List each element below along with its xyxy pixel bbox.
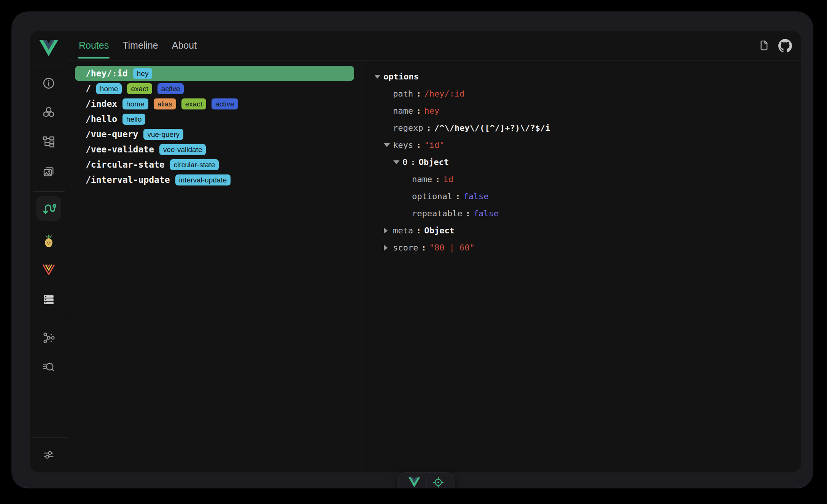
inspector-icon[interactable] xyxy=(40,359,57,376)
tree-colon: : xyxy=(416,89,421,98)
tree-colon: : xyxy=(465,209,470,218)
tree-value: Object xyxy=(424,226,454,235)
floating-toolbar xyxy=(397,472,455,488)
tree-right-arrow-icon[interactable] xyxy=(384,245,393,251)
route-row[interactable]: /circular-statecircular-state xyxy=(75,157,354,172)
tree-colon: : xyxy=(416,226,421,235)
route-path: /hello xyxy=(86,114,117,124)
component-tree-icon[interactable] xyxy=(40,133,57,150)
settings-icon[interactable] xyxy=(40,446,57,463)
tree-colon: : xyxy=(455,192,460,201)
tree-colon: : xyxy=(426,123,431,133)
tree-down-arrow-icon[interactable] xyxy=(393,160,402,164)
devtools-window: Routes Timeline About xyxy=(11,11,813,488)
tree-key: meta xyxy=(393,226,413,235)
tree-key: regexp xyxy=(393,123,423,133)
route-badge-name: home xyxy=(122,98,148,109)
toolbar-divider xyxy=(426,478,426,487)
route-badge-name: vee-validate xyxy=(159,144,206,155)
tree-row-name[interactable]: name:hey xyxy=(361,102,801,119)
tree-down-arrow-icon[interactable] xyxy=(384,143,393,147)
route-row[interactable]: /vue-queryvue-query xyxy=(75,127,354,142)
graph-icon[interactable] xyxy=(40,330,57,346)
tree-row-meta[interactable]: meta:Object xyxy=(361,222,801,239)
route-path: /vue-query xyxy=(86,129,138,139)
tree-key: options xyxy=(383,72,419,81)
tree-colon: : xyxy=(410,157,415,167)
route-badge-exact: exact xyxy=(181,98,206,109)
tree-row-options[interactable]: options xyxy=(361,68,801,85)
tree-value: "id" xyxy=(424,140,444,150)
route-list: /hey/:idhey/homeexactactive/indexhomeali… xyxy=(68,66,361,187)
tree-key: repeatable xyxy=(412,209,462,218)
route-path: /circular-state xyxy=(86,160,165,170)
route-path: /interval-update xyxy=(86,175,170,185)
route-badge-name: hey xyxy=(133,68,153,79)
route-row[interactable]: /hey/:idhey xyxy=(75,66,354,81)
tree-row-repeatable[interactable]: repeatable:false xyxy=(361,205,801,222)
tree-key: optional xyxy=(412,192,452,201)
tree-row-name[interactable]: name:id xyxy=(361,171,801,188)
route-row[interactable]: /hellohello xyxy=(75,111,354,127)
sidebar-divider xyxy=(33,191,65,192)
route-badge-alias: alias xyxy=(154,98,176,109)
tree-row-score[interactable]: score:"80 | 60" xyxy=(361,239,801,256)
tab-timeline[interactable]: Timeline xyxy=(122,31,158,60)
tree-key: name xyxy=(393,106,413,116)
route-path: /index xyxy=(86,99,117,109)
tree-right-arrow-icon[interactable] xyxy=(384,228,393,234)
inspector-tree: optionspath:/hey/:idname:heyregexp:/^\/h… xyxy=(361,68,801,256)
route-badge-name: circular-state xyxy=(170,159,219,170)
route-row[interactable]: /vee-validatevee-validate xyxy=(75,142,354,157)
tree-row-regexp[interactable]: regexp:/^\/hey\/([^/]+?)\/?$/i xyxy=(361,119,801,136)
list-icon[interactable] xyxy=(40,291,57,308)
tree-row-0[interactable]: 0:Object xyxy=(361,154,801,171)
route-badge-exact: exact xyxy=(127,83,152,94)
route-path: /vee-validate xyxy=(86,144,154,154)
tree-key: path xyxy=(393,89,413,98)
route-badge-name: hello xyxy=(122,114,145,125)
tree-row-path[interactable]: path:/hey/:id xyxy=(361,85,801,102)
tree-row-keys[interactable]: keys:"id" xyxy=(361,136,801,154)
tree-key: keys xyxy=(393,140,413,150)
tab-routes[interactable]: Routes xyxy=(79,31,109,60)
vue-logo-icon[interactable] xyxy=(409,477,420,487)
tree-down-arrow-icon[interactable] xyxy=(374,75,383,79)
tree-value: /hey/:id xyxy=(424,89,464,98)
vue-logo-icon xyxy=(39,40,58,56)
route-badge-name: vue-query xyxy=(143,129,183,140)
route-badge-active: active xyxy=(212,98,238,109)
tree-key: name xyxy=(412,174,432,184)
route-path: / xyxy=(86,84,91,94)
router-icon[interactable] xyxy=(36,196,61,221)
tree-colon: : xyxy=(416,106,421,116)
pinia-icon[interactable] xyxy=(40,233,57,249)
tree-key: 0 xyxy=(402,157,407,167)
inspect-target-icon[interactable] xyxy=(433,477,444,488)
assets-icon[interactable] xyxy=(40,163,57,180)
github-icon[interactable] xyxy=(778,39,792,52)
route-row[interactable]: /homeexactactive xyxy=(75,81,354,96)
route-row[interactable]: /interval-updateinterval-update xyxy=(75,172,354,187)
sidebar xyxy=(30,65,68,472)
header-actions xyxy=(758,31,792,60)
route-list-pane: /hey/:idhey/homeexactactive/indexhomeali… xyxy=(68,60,361,472)
tree-colon: : xyxy=(421,243,426,252)
tree-row-optional[interactable]: optional:false xyxy=(361,188,801,205)
tab-about[interactable]: About xyxy=(172,31,197,60)
tab-bar: Routes Timeline About xyxy=(68,31,197,60)
tree-colon: : xyxy=(416,140,421,150)
document-icon[interactable] xyxy=(758,40,770,51)
tree-value: false xyxy=(474,209,499,218)
info-icon[interactable] xyxy=(40,75,57,92)
route-row[interactable]: /indexhomealiasexactactive xyxy=(75,96,354,111)
sidebar-divider xyxy=(33,319,65,319)
components-icon[interactable] xyxy=(40,104,57,121)
route-path: /hey/:id xyxy=(86,68,128,78)
vee-validate-icon[interactable] xyxy=(40,261,57,278)
devtools-app: Routes Timeline About xyxy=(29,30,802,473)
header: Routes Timeline About xyxy=(68,31,801,60)
route-badge-name: interval-update xyxy=(175,174,231,185)
page: Routes Timeline About xyxy=(0,0,827,504)
tree-value: "80 | 60" xyxy=(429,243,474,252)
